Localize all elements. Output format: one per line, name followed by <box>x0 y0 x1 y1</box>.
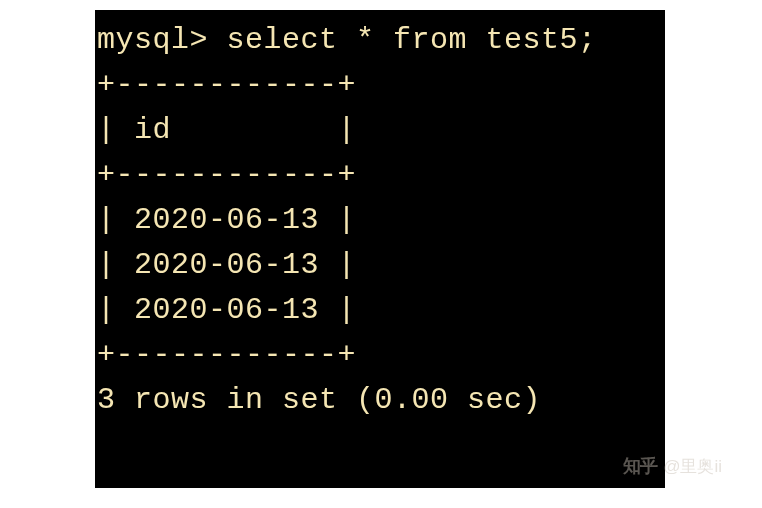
table-border-mid: +------------+ <box>97 153 663 198</box>
table-row: | 2020-06-13 | <box>97 288 663 333</box>
query-line: mysql> select * from test5; <box>97 18 663 63</box>
prompt: mysql> <box>97 23 227 57</box>
table-border-bottom: +------------+ <box>97 333 663 378</box>
watermark: 知乎 @里奥ii <box>623 454 722 478</box>
result-status: 3 rows in set (0.00 sec) <box>97 378 663 423</box>
table-row: | 2020-06-13 | <box>97 243 663 288</box>
table-header: | id | <box>97 108 663 153</box>
table-row: | 2020-06-13 | <box>97 198 663 243</box>
watermark-author: @里奥ii <box>663 455 722 478</box>
zhihu-logo: 知乎 <box>623 454 657 478</box>
mysql-terminal[interactable]: mysql> select * from test5; +-----------… <box>95 10 665 488</box>
query-text: select * from test5; <box>227 23 597 57</box>
table-border-top: +------------+ <box>97 63 663 108</box>
